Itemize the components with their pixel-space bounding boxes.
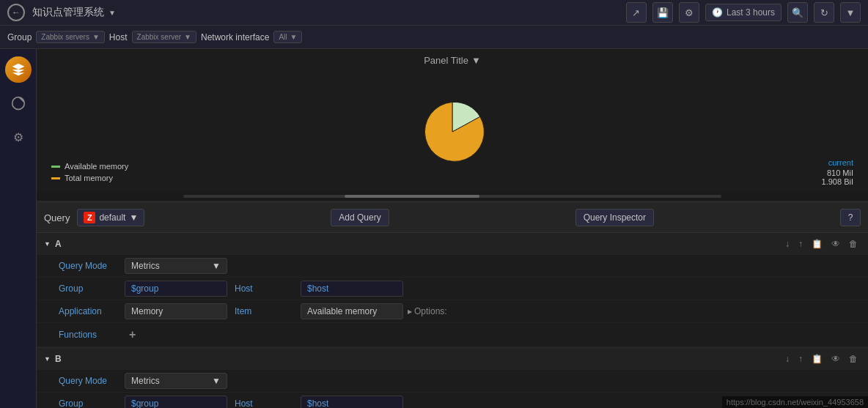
section-a-mode-row: Query Mode Metrics ▼ [37,255,868,278]
pie-chart [419,99,485,165]
datasource-arrow: ▼ [129,212,138,223]
panel-title-arrow: ▼ [471,55,481,66]
chart-area: Panel Title ▼ Available memory [37,49,868,408]
refresh-icon-btn[interactable]: ↻ [814,2,834,23]
section-b-header: ▼ B ↓ ↑ 📋 👁 🗑 [37,348,868,370]
section-a-mode-label: Query Mode [59,261,125,271]
section-b-group-label: Group [59,398,125,408]
query-help-button[interactable]: ? [840,209,861,226]
section-a-functions-label: Functions [59,330,125,340]
main-layout: ⚙ Panel Title ▼ Avai [0,49,868,408]
title-dropdown-arrow[interactable]: ▼ [108,9,116,17]
current-value-total: 1.908 BiI [822,177,853,186]
chart-scrollbar[interactable] [37,192,868,201]
section-a-item-value[interactable]: Available memory [301,303,403,319]
section-a-copy-btn[interactable]: 📋 [809,237,825,251]
sidebar-icon-settings[interactable]: ⚙ [5,124,32,150]
section-b-label: B [55,354,62,364]
network-filter-label: Network interface [201,32,269,42]
section-a-add-function-btn[interactable]: + [125,326,140,344]
host-filter-select[interactable]: Zabbix server ▼ [132,31,196,43]
current-value-available: 810 MiI [822,168,853,177]
save-icon-btn[interactable]: 💾 [652,2,673,23]
refresh-dropdown-btn[interactable]: ▼ [840,2,861,23]
scrollbar-thumb [345,195,479,198]
legend-label-available: Available memory [65,162,128,171]
legend-dot-orange [51,177,60,179]
section-a-header: ▼ A ↓ ↑ 📋 👁 🗑 [37,233,868,255]
section-a-mode-select[interactable]: Metrics ▼ [125,258,227,274]
section-a-group-label: Group [59,283,125,294]
section-b-host-label: Host [235,398,301,408]
section-b-collapse[interactable]: ▼ [44,355,51,363]
current-label: current [822,158,853,167]
section-b-mode-row: Query Mode Metrics ▼ [37,370,868,393]
datasource-select[interactable]: Z default ▼ [77,209,144,226]
legend-area: Available memory Total memory [51,162,128,182]
section-a-collapse[interactable]: ▼ [44,240,51,248]
left-sidebar: ⚙ [0,49,37,408]
app-title: 知识点管理系统 [32,6,104,19]
host-filter-label: Host [109,32,128,42]
scrollbar-track [183,195,721,198]
sidebar-icon-layers[interactable] [5,56,32,83]
legend-dot-green [51,166,60,168]
datasource-name: default [99,212,125,223]
legend-label-total: Total memory [65,174,113,182]
section-b-mode-label: Query Mode [59,376,125,386]
all-filter-select[interactable]: All ▼ [273,31,302,43]
section-a-functions-row: Functions + [37,323,868,347]
section-b-host-value[interactable]: $host [301,396,403,408]
section-a-up-btn[interactable]: ↑ [795,237,806,251]
section-a-eye-btn[interactable]: 👁 [828,237,843,251]
section-a-down-btn[interactable]: ↓ [782,237,792,251]
back-button[interactable]: ← [7,4,25,21]
panel-title: Panel Title [424,55,468,66]
group-filter-select[interactable]: Zabbix servers ▼ [36,31,104,43]
share-icon-btn[interactable]: ↗ [626,2,647,23]
clock-icon: 🕐 [712,7,723,18]
section-a-host-label: Host [235,283,301,294]
legend-item-available: Available memory [51,162,128,171]
section-b-down-btn[interactable]: ↓ [782,352,792,366]
section-b-copy-btn[interactable]: 📋 [809,352,825,366]
query-editor: Query Z default ▼ Add Query Query Inspec… [37,203,868,408]
top-nav: ← 知识点管理系统 ▼ ↗ 💾 ⚙ 🕐 Last 3 hours 🔍 ↻ ▼ [0,0,868,26]
chart-panel: Panel Title ▼ Available memory [37,49,868,203]
query-inspector-button[interactable]: Query Inspector [575,209,654,226]
section-b-up-btn[interactable]: ↑ [795,352,806,366]
nav-right-actions: ↗ 💾 ⚙ 🕐 Last 3 hours 🔍 ↻ ▼ [626,2,861,23]
filter-bar: Group Zabbix servers ▼ Host Zabbix serve… [0,26,868,49]
section-b-controls: ↓ ↑ 📋 👁 🗑 [782,352,861,366]
panel-title-bar: Panel Title ▼ [37,49,868,72]
section-a-group-row: Group $group Host $host [37,278,868,300]
section-a-delete-btn[interactable]: 🗑 [846,237,861,251]
section-a-controls: ↓ ↑ 📋 👁 🗑 [782,237,861,251]
section-b-mode-select[interactable]: Metrics ▼ [125,373,227,389]
group-filter-label: Group [7,32,32,42]
section-b-delete-btn[interactable]: 🗑 [846,352,861,366]
time-range-btn[interactable]: 🕐 Last 3 hours [705,4,781,21]
sidebar-icon-chart[interactable] [5,90,32,116]
time-range-label: Last 3 hours [727,7,775,18]
section-a-label: A [55,239,62,249]
section-a-item-label: Item [235,306,301,316]
section-a-group-value[interactable]: $group [125,281,227,297]
query-header: Query Z default ▼ Add Query Query Inspec… [37,203,868,233]
section-a-app-value[interactable]: Memory [125,303,227,319]
query-section-a: ▼ A ↓ ↑ 📋 👁 🗑 Query Mode Metrics [37,233,868,348]
search-icon-btn[interactable]: 🔍 [787,2,808,23]
bottom-url: https://blog.csdn.net/weixin_44953658 [722,396,868,408]
section-a-host-value[interactable]: $host [301,281,403,297]
add-query-button[interactable]: Add Query [331,209,389,226]
section-b-group-value[interactable]: $group [125,396,227,408]
section-a-app-label: Application [59,306,125,316]
datasource-z-icon: Z [84,212,95,223]
query-label: Query [44,212,70,223]
settings-icon-btn[interactable]: ⚙ [679,2,699,23]
legend-item-total: Total memory [51,174,128,182]
section-b-eye-btn[interactable]: 👁 [828,352,843,366]
current-values: current 810 MiI 1.908 BiI [822,158,853,186]
chart-content [37,72,868,192]
section-a-options-btn[interactable]: ▶ Options: [403,304,452,319]
